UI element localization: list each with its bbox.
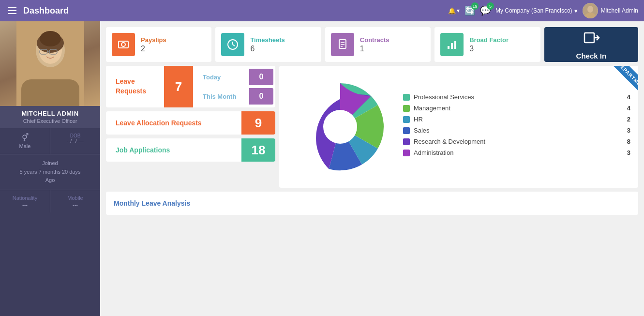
topnav-right: 🔔 ▾ 🔄 19 💬 5 My Company (San Francisco) … — [448, 3, 638, 18]
svg-rect-17 — [339, 40, 346, 48]
payslips-icon — [112, 33, 135, 56]
job-applications-count: 18 — [241, 138, 275, 162]
legend-item-rd: Research & Development 8 — [403, 138, 630, 145]
today-month-section: Today 0 This Month 0 — [193, 66, 275, 107]
svg-rect-22 — [451, 43, 453, 49]
sidebar-gender: ⚥ Male — [0, 128, 50, 154]
leave-requests-count: 7 — [164, 66, 193, 107]
chart-icon — [446, 38, 458, 51]
checkin-label: Check In — [576, 52, 607, 60]
departments-ribbon: DEPARTMENTS — [595, 66, 638, 109]
chevron-down-icon: ▾ — [574, 7, 578, 15]
broad-factor-text: Broad Factor 3 — [469, 36, 509, 53]
person-silhouette — [16, 21, 84, 106]
messages-button[interactable]: 💬 5 — [480, 5, 491, 16]
avatar — [583, 3, 598, 18]
dob-value: --/--/---- — [52, 138, 98, 144]
left-panel: LeaveRequests 7 Today 0 Thi — [106, 66, 275, 188]
job-applications-label: Job Applications — [106, 138, 241, 162]
job-applications-card[interactable]: Job Applications 18 — [106, 138, 275, 162]
nationality-value: --- — [2, 202, 48, 208]
sidebar-dob: DOB --/--/---- — [50, 128, 100, 154]
company-selector[interactable]: My Company (San Francisco) ▾ — [495, 7, 578, 15]
legend-count-hr: 2 — [627, 116, 630, 123]
this-month-count: 0 — [249, 88, 273, 105]
profile-photo-container — [0, 21, 100, 106]
gender-icon: ⚥ — [2, 133, 48, 142]
middle-row: LeaveRequests 7 Today 0 Thi — [100, 66, 644, 192]
legend-color-administration — [403, 150, 410, 156]
broad-factor-count: 3 — [469, 45, 509, 53]
departments-panel: DEPARTMENTS — [279, 66, 638, 188]
legend-color-management — [403, 105, 410, 112]
payslips-tile[interactable]: Payslips 2 — [106, 27, 211, 62]
svg-point-13 — [121, 43, 125, 46]
broad-factor-label: Broad Factor — [469, 36, 509, 44]
user-avatar-area[interactable]: Mitchell Admin — [583, 3, 638, 18]
legend-name-rd: Research & Development — [414, 138, 623, 145]
messages-badge: 5 — [487, 2, 494, 10]
mobile-label: Mobile — [52, 195, 98, 201]
legend-count-administration: 3 — [627, 149, 630, 156]
checkin-tile[interactable]: Check In — [544, 27, 638, 62]
leave-requests-card[interactable]: LeaveRequests 7 — [106, 66, 193, 107]
legend-name-administration: Administration — [414, 149, 623, 156]
legend-count-rd: 8 — [627, 138, 630, 145]
timesheets-tile[interactable]: Timesheets 6 — [215, 27, 321, 62]
activity-badge: 19 — [471, 2, 479, 10]
contracts-count: 1 — [360, 45, 389, 53]
timesheets-icon — [221, 33, 244, 56]
monthly-leave-analysis: Monthly Leave Analysis — [106, 192, 638, 215]
leave-allocation-card[interactable]: Leave Allocation Requests 9 — [106, 111, 275, 135]
nationality-label: Nationality — [2, 195, 48, 201]
payslips-label: Payslips — [141, 36, 166, 44]
company-name: My Company (San Francisco) — [495, 7, 572, 14]
sidebar-gender-dob: ⚥ Male DOB --/--/---- — [0, 128, 100, 154]
pie-svg — [287, 74, 393, 180]
monthly-analysis-title: Monthly Leave Analysis — [114, 199, 630, 207]
alert-button[interactable]: 🔔 ▾ — [448, 7, 460, 15]
main-layout: MITCHELL ADMIN Chief Executive Officer ⚥… — [0, 21, 644, 316]
today-label: Today — [195, 70, 249, 85]
activity-button[interactable]: 🔄 19 — [464, 5, 475, 16]
contracts-text: Contracts 1 — [360, 36, 389, 53]
user-full-name: MITCHELL ADMIN — [0, 106, 100, 118]
today-row[interactable]: Today 0 — [195, 69, 273, 85]
legend-color-hr — [403, 116, 410, 123]
this-month-row[interactable]: This Month 0 — [195, 88, 273, 105]
profile-photo — [0, 21, 100, 106]
timesheets-text: Timesheets 6 — [250, 36, 285, 53]
topnav: Dashboard 🔔 ▾ 🔄 19 💬 5 My Company (San F… — [0, 0, 644, 21]
svg-point-26 — [323, 110, 357, 144]
legend-name-professional-services: Professional Services — [414, 93, 623, 101]
document-icon — [336, 38, 349, 51]
svg-rect-23 — [454, 41, 456, 49]
menu-toggle[interactable] — [6, 5, 18, 16]
user-name: Mitchell Admin — [601, 7, 638, 14]
legend-item-hr: HR 2 — [403, 116, 630, 123]
sidebar-mobile: Mobile --- — [50, 190, 100, 212]
legend-name-hr: HR — [414, 116, 623, 123]
contracts-icon — [331, 33, 354, 56]
payslips-text: Payslips 2 — [141, 36, 166, 53]
leave-allocation-label: Leave Allocation Requests — [106, 111, 241, 135]
leave-allocation-count: 9 — [241, 111, 275, 135]
joined-value: 5 years 7 months 20 days — [3, 168, 97, 177]
leave-requests-label: LeaveRequests — [116, 77, 146, 96]
svg-point-1 — [587, 6, 593, 13]
joined-suffix: Ago — [3, 176, 97, 185]
contracts-label: Contracts — [360, 36, 389, 44]
sidebar-joined: Joined 5 years 7 months 20 days Ago — [0, 154, 100, 190]
sidebar-nationality: Nationality --- — [0, 190, 50, 212]
page-title: Dashboard — [23, 6, 448, 16]
checkin-icon — [583, 29, 600, 50]
departments-pie-chart — [287, 74, 393, 180]
leave-requests-group: LeaveRequests 7 Today 0 Thi — [106, 66, 275, 107]
bell-icon: 🔔 — [448, 7, 456, 15]
broad-factor-icon — [440, 33, 464, 56]
contracts-tile[interactable]: Contracts 1 — [325, 27, 431, 62]
departments-ribbon-text: DEPARTMENTS — [611, 66, 638, 101]
broad-factor-tile[interactable]: Broad Factor 3 — [434, 27, 540, 62]
legend-color-professional-services — [403, 94, 410, 101]
this-month-label: This Month — [195, 89, 249, 104]
